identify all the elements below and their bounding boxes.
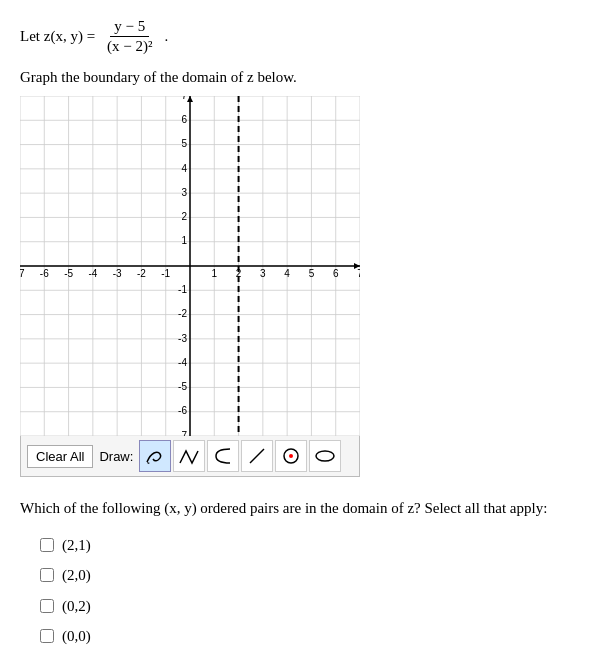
graph-container	[20, 96, 360, 436]
clear-all-button[interactable]: Clear All	[27, 445, 93, 468]
formula-denominator: (x − 2)²	[103, 37, 156, 55]
list-item: (2,1)	[40, 534, 584, 557]
svg-point-2	[289, 454, 293, 458]
graph-instruction: Graph the boundary of the domain of z be…	[20, 69, 584, 86]
tool-freehand-button[interactable]	[139, 440, 171, 472]
tool-mountain-button[interactable]	[173, 440, 205, 472]
curve-left-icon	[212, 445, 234, 467]
question-section: Which of the following (x, y) ordered pa…	[20, 497, 584, 647]
formula-prefix: Let z(x, y) =	[20, 28, 95, 45]
checkbox-2-0[interactable]	[40, 568, 54, 582]
mountain-icon	[178, 445, 200, 467]
option-label-2-1: (2,1)	[62, 534, 91, 557]
svg-line-0	[250, 449, 264, 463]
svg-point-3	[316, 451, 334, 461]
tool-line-button[interactable]	[241, 440, 273, 472]
freehand-icon	[144, 445, 166, 467]
line-icon	[246, 445, 268, 467]
checkbox-list: (2,1) (2,0) (0,2) (0,0)	[20, 534, 584, 648]
tool-curve-button[interactable]	[207, 440, 239, 472]
formula-numerator: y − 5	[110, 18, 149, 37]
ellipse-icon	[314, 445, 336, 467]
formula-suffix: .	[165, 28, 169, 45]
option-label-0-0: (0,0)	[62, 625, 91, 647]
tool-icons-group	[139, 440, 341, 472]
option-label-2-0: (2,0)	[62, 564, 91, 587]
formula-display: Let z(x, y) = y − 5 (x − 2)² .	[20, 18, 584, 55]
checkbox-0-0[interactable]	[40, 629, 54, 643]
list-item: (0,0)	[40, 625, 584, 647]
list-item: (0,2)	[40, 595, 584, 618]
option-label-0-2: (0,2)	[62, 595, 91, 618]
question-text: Which of the following (x, y) ordered pa…	[20, 497, 584, 520]
drawing-toolbar: Clear All Draw:	[20, 436, 360, 477]
circle-dot-icon	[280, 445, 302, 467]
checkbox-0-2[interactable]	[40, 599, 54, 613]
tool-circle-dot-button[interactable]	[275, 440, 307, 472]
formula-fraction: y − 5 (x − 2)²	[103, 18, 156, 55]
list-item: (2,0)	[40, 564, 584, 587]
graph-canvas[interactable]	[20, 96, 360, 436]
checkbox-2-1[interactable]	[40, 538, 54, 552]
draw-label: Draw:	[99, 449, 133, 464]
tool-ellipse-button[interactable]	[309, 440, 341, 472]
